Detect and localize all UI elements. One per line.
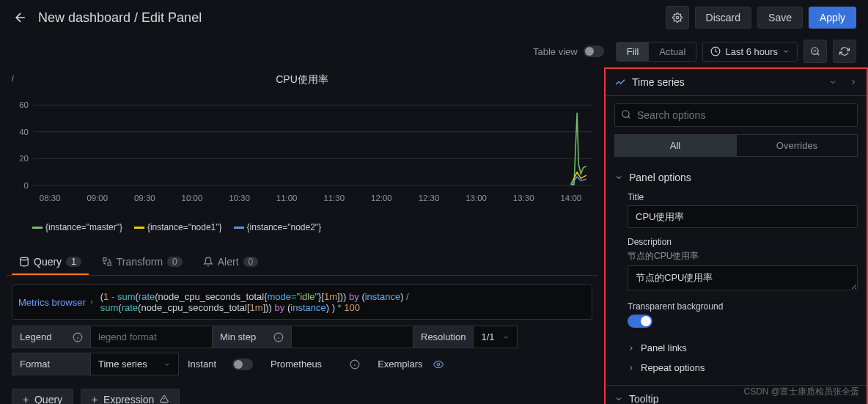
- chart-svg[interactable]: 60 40 20 0 08:3009:0009:30 10:0010:3011:…: [12, 92, 592, 217]
- settings-button[interactable]: [666, 6, 689, 29]
- chart-panel: i CPU使用率 60 40 20 0 08:3009:0009:30 10: [6, 67, 598, 238]
- eye-icon[interactable]: [433, 359, 444, 370]
- table-view-toggle[interactable]: [584, 45, 604, 57]
- fill-segment[interactable]: Fill: [617, 43, 650, 61]
- query-editor[interactable]: Metrics browser (1 - sum(rate(node_cpu_s…: [12, 284, 592, 320]
- resolution-select[interactable]: 1/1: [474, 326, 518, 348]
- scope-overrides[interactable]: Overrides: [736, 134, 858, 157]
- panel-links-header[interactable]: Panel links: [628, 338, 858, 358]
- chevron-right-icon[interactable]: [849, 78, 858, 87]
- scope-all[interactable]: All: [614, 134, 736, 157]
- svg-text:08:30: 08:30: [40, 194, 61, 202]
- query-expression[interactable]: (1 - sum(rate(node_cpu_seconds_total{mod…: [100, 291, 586, 313]
- gear-icon: [672, 12, 683, 23]
- svg-text:12:30: 12:30: [419, 194, 440, 202]
- svg-text:10:30: 10:30: [229, 194, 250, 202]
- repeat-options-header[interactable]: Repeat options: [628, 358, 858, 378]
- tab-transform[interactable]: Transform0: [95, 250, 190, 275]
- apply-button[interactable]: Apply: [809, 7, 856, 29]
- svg-text:20: 20: [19, 154, 29, 163]
- search-options-input[interactable]: [614, 103, 858, 127]
- svg-text:14:00: 14:00: [560, 194, 581, 202]
- info-icon: [73, 332, 83, 342]
- viz-type-label[interactable]: Time series: [632, 76, 823, 88]
- warning-icon: [160, 394, 169, 403]
- chevron-right-icon: [628, 345, 635, 352]
- svg-text:40: 40: [19, 128, 29, 136]
- info-icon[interactable]: i: [12, 73, 14, 84]
- page-title: New dashboard / Edit Panel: [38, 10, 666, 26]
- svg-text:10:00: 10:00: [182, 194, 203, 202]
- svg-text:13:00: 13:00: [466, 194, 487, 202]
- svg-point-23: [21, 257, 29, 260]
- description-sublabel: 节点的CPU使用率: [628, 250, 858, 262]
- svg-text:12:00: 12:00: [371, 194, 392, 202]
- chevron-down-icon: [614, 394, 623, 403]
- format-label: Format: [12, 353, 91, 375]
- svg-point-29: [437, 363, 440, 366]
- min-step-input[interactable]: [292, 326, 413, 348]
- svg-rect-25: [108, 262, 111, 265]
- tab-alert[interactable]: Alert0: [196, 250, 265, 275]
- chevron-right-icon: [628, 364, 635, 372]
- chevron-down-icon: [502, 334, 510, 341]
- refresh-icon: [839, 46, 850, 56]
- legend-item[interactable]: {instance="master"}: [32, 222, 122, 232]
- table-view-label: Table view: [533, 46, 578, 57]
- add-query-button[interactable]: + Query: [12, 389, 73, 404]
- description-label: Description: [628, 237, 858, 247]
- format-select[interactable]: Time series: [91, 353, 179, 375]
- title-input[interactable]: [628, 205, 858, 228]
- actual-segment[interactable]: Actual: [649, 43, 696, 61]
- info-icon: [273, 332, 284, 342]
- legend-item[interactable]: {instance="node1"}: [134, 222, 222, 232]
- description-input[interactable]: 节点的CPU使用率: [628, 265, 858, 290]
- transparent-toggle[interactable]: [628, 315, 652, 328]
- panel-options-header[interactable]: Panel options: [614, 172, 858, 183]
- clock-icon: [710, 46, 721, 56]
- exemplars-row: Exemplars: [369, 353, 452, 375]
- refresh-button[interactable]: [833, 40, 856, 63]
- time-range-label: Last 6 hours: [725, 46, 778, 57]
- discard-button[interactable]: Discard: [695, 7, 751, 29]
- chevron-down-icon: [163, 361, 171, 368]
- resolution-label: Resolution: [413, 326, 474, 348]
- chevron-right-icon: [89, 299, 95, 305]
- svg-text:09:30: 09:30: [134, 194, 155, 202]
- zoom-out-button[interactable]: [803, 40, 827, 63]
- tab-query[interactable]: Query1: [12, 250, 89, 275]
- time-range-picker[interactable]: Last 6 hours: [702, 42, 798, 62]
- chart-title: CPU使用率: [12, 73, 592, 87]
- metrics-browser-link[interactable]: Metrics browser: [18, 291, 95, 313]
- legend-item[interactable]: {instance="node2"}: [234, 222, 322, 232]
- svg-text:60: 60: [19, 100, 29, 109]
- svg-text:13:30: 13:30: [513, 194, 534, 202]
- svg-rect-24: [103, 258, 106, 261]
- search-icon: [621, 109, 631, 120]
- svg-text:09:00: 09:00: [87, 194, 108, 202]
- database-icon: [19, 257, 29, 267]
- back-arrow-icon[interactable]: [12, 9, 29, 26]
- legend-input[interactable]: [91, 326, 213, 348]
- legend-label: Legend: [12, 326, 91, 348]
- transform-icon: [102, 257, 112, 267]
- svg-text:11:00: 11:00: [276, 194, 298, 202]
- prometheus-row: Prometheus: [262, 353, 369, 375]
- zoom-out-icon: [810, 46, 820, 56]
- bell-icon: [203, 257, 213, 267]
- svg-point-0: [676, 16, 679, 19]
- table-view-toggle-row: Table view: [533, 45, 604, 57]
- chevron-down-icon[interactable]: [828, 78, 837, 87]
- instant-toggle[interactable]: [232, 359, 253, 370]
- fill-actual-segment: Fill Actual: [616, 42, 697, 62]
- svg-text:0: 0: [24, 181, 29, 190]
- min-step-label: Min step: [213, 326, 292, 348]
- transparent-label: Transparent background: [628, 301, 858, 312]
- chevron-down-icon: [614, 173, 623, 182]
- svg-point-30: [622, 111, 629, 117]
- add-expression-button[interactable]: + Expression: [81, 389, 180, 404]
- info-icon: [350, 359, 360, 370]
- options-panel: Time series All Overrides Panel options …: [604, 67, 868, 404]
- title-label: Title: [628, 192, 858, 202]
- save-button[interactable]: Save: [757, 7, 803, 29]
